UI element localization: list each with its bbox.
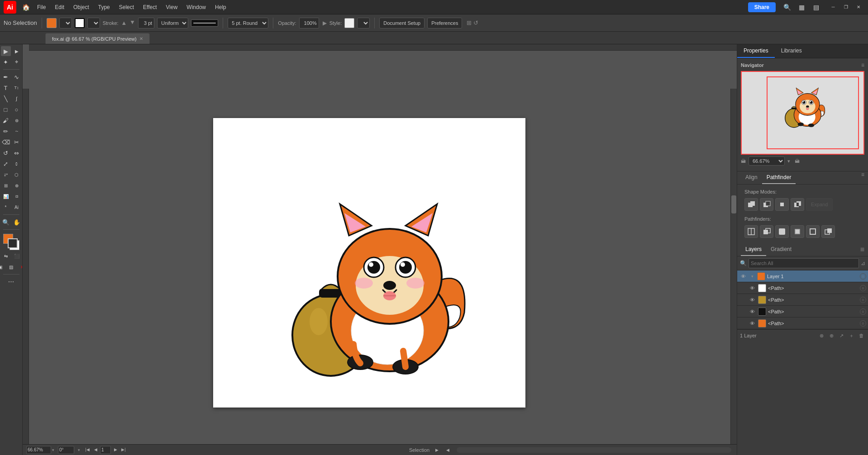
minimize-button[interactable]: ─ (827, 3, 839, 12)
rotate-tool[interactable]: ↺ (1, 148, 11, 158)
canvas-area[interactable] (29, 44, 737, 455)
document-tab[interactable]: fox.ai @ 66.67 % (RGB/CPU Preview) ✕ (45, 33, 150, 44)
pathfinder-tab[interactable]: Pathfinder (762, 171, 796, 184)
pen-tool[interactable]: ✒ (1, 72, 11, 82)
zoom-tool[interactable]: 🔍 (1, 217, 11, 227)
last-page-btn[interactable]: ▶| (120, 446, 127, 453)
menu-type[interactable]: Type (95, 2, 114, 12)
smooth-tool[interactable]: ～ (12, 126, 22, 136)
minus-front-btn[interactable] (760, 198, 773, 211)
rotation-input[interactable] (58, 446, 74, 454)
stroke-color-swatch[interactable] (75, 18, 85, 28)
document-setup-button[interactable]: Document Setup (379, 18, 424, 28)
page-input[interactable] (100, 446, 111, 454)
make-clipping-mask-btn[interactable]: ⊗ (817, 332, 825, 340)
zoom-out-icon[interactable]: 🏔 (741, 158, 746, 164)
prev-page-btn[interactable]: ◀ (92, 446, 99, 453)
libraries-tab[interactable]: Libraries (775, 44, 808, 58)
path-1-lock-btn[interactable]: ○ (860, 285, 866, 291)
layers-tab[interactable]: Layers (741, 243, 766, 256)
paintbrush-tool[interactable]: 🖌 (1, 115, 11, 125)
zoom-in-icon[interactable]: 🏔 (795, 158, 800, 164)
layer-1-visibility-btn[interactable]: 👁 (739, 272, 747, 280)
expand-button[interactable]: Expand (806, 198, 833, 211)
curvature-tool[interactable]: ∿ (12, 72, 22, 82)
menu-select[interactable]: Select (115, 2, 138, 12)
blob-brush-tool[interactable]: ⊛ (12, 115, 22, 125)
home-button[interactable]: 🏠 (20, 1, 32, 13)
pencil-tool[interactable]: ✏ (1, 126, 11, 136)
opacity-more-btn[interactable]: ▶ (323, 20, 327, 26)
new-sublayer-btn[interactable]: ⊕ (827, 332, 835, 340)
selection-tool[interactable]: ▶ (1, 46, 11, 56)
free-transform-tool[interactable]: ⊞ (1, 180, 11, 190)
line-tool[interactable]: ╲ (1, 94, 11, 104)
layer-path-1[interactable]: 👁 <Path> ○ (737, 282, 868, 294)
stroke-select[interactable] (87, 18, 100, 28)
vertical-scrollbar[interactable] (730, 89, 737, 444)
path-3-visibility-btn[interactable]: 👁 (748, 308, 756, 316)
zoom-chevron-icon[interactable]: ▾ (787, 158, 790, 164)
unite-btn[interactable] (744, 198, 758, 211)
path-2-lock-btn[interactable]: ○ (860, 297, 866, 303)
navigator-preview[interactable] (741, 71, 864, 155)
chart-tool[interactable]: 📊 (1, 191, 11, 201)
status-scroll-bar[interactable] (457, 447, 731, 453)
divide-btn[interactable] (744, 225, 758, 238)
zoom-dropdown-icon[interactable]: ▾ (52, 448, 54, 452)
scrollbar-thumb[interactable] (731, 195, 736, 213)
pathfinder-menu-icon[interactable]: ≡ (861, 171, 864, 184)
opacity-input[interactable] (299, 18, 319, 28)
scissors-tool[interactable]: ✂ (12, 137, 22, 147)
menu-edit[interactable]: Edit (51, 2, 68, 12)
warp-tool[interactable]: ⬡ (12, 170, 22, 180)
preferences-button[interactable]: Preferences (427, 18, 462, 28)
symbol-sprayer-tool[interactable]: * (1, 202, 11, 212)
column-graph-tool[interactable]: Ai (12, 202, 22, 212)
gradient-tab[interactable]: Gradient (766, 243, 796, 256)
path-2-visibility-btn[interactable]: 👁 (748, 296, 756, 304)
next-page-btn[interactable]: ▶ (112, 446, 119, 453)
stroke-color-indicator[interactable] (8, 238, 18, 248)
style-swatch[interactable] (344, 18, 354, 28)
path-4-lock-btn[interactable]: ○ (860, 320, 866, 327)
menu-window[interactable]: Window (183, 2, 210, 12)
layers-panel-options-icon[interactable]: ≡ (860, 246, 864, 254)
path-4-visibility-btn[interactable]: 👁 (748, 319, 756, 327)
width-tool[interactable]: ⥂ (1, 170, 11, 180)
close-button[interactable]: ✕ (853, 3, 864, 12)
shape-builder-tool[interactable]: ⊕ (12, 180, 22, 190)
scale-tool[interactable]: ⤢ (1, 159, 11, 169)
layer-1-row[interactable]: 👁 ▾ Layer 1 ○ (737, 270, 868, 282)
minus-back-btn[interactable] (821, 225, 835, 238)
properties-tab[interactable]: Properties (737, 44, 775, 58)
swap-colors-btn[interactable]: ⇆ (1, 251, 11, 261)
new-layer-btn[interactable]: ＋ (847, 332, 855, 340)
lasso-tool[interactable]: ⌖ (12, 57, 22, 67)
eraser-tool[interactable]: ⌫ (1, 137, 11, 147)
outline-btn[interactable] (806, 225, 820, 238)
arrange-panels-icon[interactable]: ⊞ (467, 19, 472, 26)
rotate-canvas-icon[interactable]: ↺ (473, 19, 478, 26)
navigator-menu-icon[interactable]: ≡ (861, 62, 864, 68)
merge-btn[interactable] (775, 225, 789, 238)
panels-icon[interactable]: ▤ (810, 1, 822, 13)
layer-path-3[interactable]: 👁 <Path> ○ (737, 306, 868, 318)
shear-tool[interactable]: ⧲ (12, 159, 22, 169)
align-tab[interactable]: Align (741, 171, 762, 184)
crop-btn[interactable] (791, 225, 804, 238)
rectangle-tool[interactable]: □ (1, 104, 11, 114)
arc-tool[interactable]: ∫ (12, 94, 22, 104)
menu-effect[interactable]: Effect (139, 2, 160, 12)
first-page-btn[interactable]: |◀ (84, 446, 91, 453)
color-mode-btn[interactable]: ▣ (0, 262, 5, 272)
path-1-visibility-btn[interactable]: 👁 (748, 284, 756, 292)
stroke-decrease[interactable]: ▲ (121, 19, 127, 26)
stroke-value-input[interactable] (138, 18, 154, 28)
fill-color-swatch[interactable] (47, 18, 57, 28)
none-mode-btn[interactable]: ✕ (17, 262, 23, 272)
perspective-tool[interactable]: ⧈ (12, 191, 22, 201)
hand-tool[interactable]: ✋ (12, 217, 22, 227)
path-3-lock-btn[interactable]: ○ (860, 308, 866, 315)
layer-1-expand-btn[interactable]: ▾ (749, 273, 755, 280)
